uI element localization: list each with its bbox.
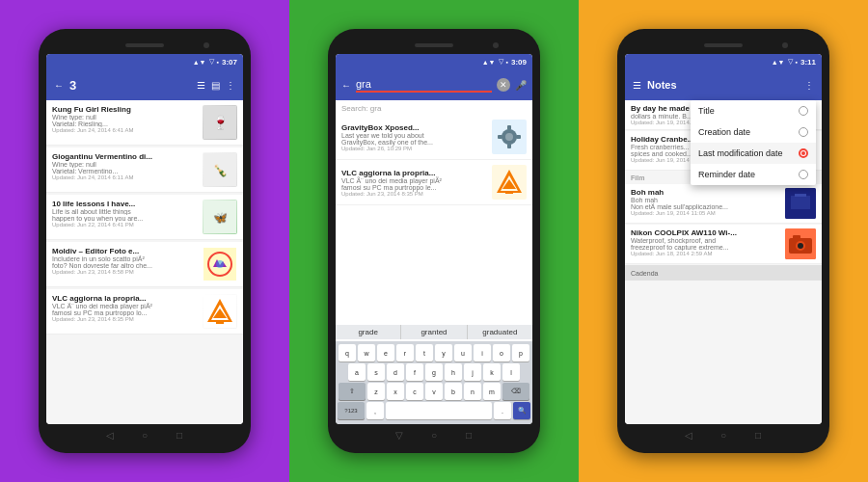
key-c[interactable]: c <box>406 383 423 400</box>
suggest-grade[interactable]: grade <box>336 325 401 339</box>
back-icon-left[interactable]: ← <box>54 80 64 91</box>
list-item[interactable]: 10 life lessons I have... Life is all ab… <box>46 195 243 240</box>
nav-home-left[interactable]: ○ <box>137 427 152 442</box>
voice-icon-middle[interactable]: 🎤 <box>515 80 527 91</box>
key-numbers[interactable]: ?123 <box>338 402 365 419</box>
key-t[interactable]: t <box>416 344 433 362</box>
key-v[interactable]: v <box>425 383 443 400</box>
list-item[interactable]: Nikon COOLPIX AW110 Wi-... Waterproof, s… <box>625 225 822 264</box>
badge-left: 3 <box>69 78 191 93</box>
filter-icon-left[interactable]: ▤ <box>211 80 220 91</box>
key-backspace[interactable]: ⌫ <box>502 383 529 400</box>
search-input-area[interactable]: gra <box>356 78 492 93</box>
nav-home-middle[interactable]: ○ <box>426 427 442 442</box>
key-p[interactable]: p <box>512 344 529 362</box>
key-comma[interactable]: , <box>366 402 384 419</box>
search-item-text: GravityBox Xposed... Last year we told y… <box>341 123 487 151</box>
key-r[interactable]: r <box>396 344 414 362</box>
key-m[interactable]: m <box>483 383 501 400</box>
key-s[interactable]: s <box>367 363 385 381</box>
key-h[interactable]: h <box>445 363 462 381</box>
clear-icon-middle[interactable]: ✕ <box>497 78 510 92</box>
list-item[interactable]: GravityBox Xposed... Last year we told y… <box>336 115 532 160</box>
key-space[interactable] <box>386 402 492 419</box>
nav-recent-right[interactable]: □ <box>750 427 766 442</box>
key-b[interactable]: b <box>445 383 462 400</box>
search-item-title: VLC aggiorna la propria... <box>341 169 487 177</box>
note-text: Kung Fu Girl Riesling Wine type: null Va… <box>52 105 198 133</box>
note-desc2: Varietal: Riesling... <box>52 120 198 127</box>
sort-title[interactable]: Title <box>691 100 816 121</box>
key-search[interactable]: 🔍 <box>513 402 530 419</box>
sort-reminder[interactable]: Reminder date <box>691 164 816 185</box>
key-x[interactable]: x <box>387 383 404 400</box>
note-updated: Updated: Jun 23, 2014 8:58 PM <box>52 269 198 275</box>
nav-back-right[interactable]: ◁ <box>681 427 696 442</box>
bottom-label: Cadenda <box>631 270 658 277</box>
sort-modification-radio[interactable] <box>799 148 808 158</box>
status-bar-middle: ▲▼ ▽ ▪ 3:09 <box>336 54 532 69</box>
key-o[interactable]: o <box>493 344 510 362</box>
nav-recent-left[interactable]: □ <box>172 427 187 442</box>
list-item[interactable]: Moldiv – Editor Foto e... Includere in u… <box>46 242 243 287</box>
list-item[interactable]: Boh mah Boh mah Non etÃ male sull'applic… <box>625 184 822 224</box>
svg-rect-32 <box>795 194 806 197</box>
key-i[interactable]: i <box>474 344 491 362</box>
back-icon-middle[interactable]: ← <box>341 80 351 91</box>
sort-modification[interactable]: Last modification date <box>691 143 816 164</box>
list-item[interactable]: Giogantinu Vermentino di... Wine type: n… <box>46 147 243 193</box>
suggest-granted[interactable]: granted <box>401 325 467 339</box>
key-a[interactable]: a <box>348 363 366 381</box>
key-u[interactable]: u <box>454 344 472 362</box>
key-n[interactable]: n <box>464 383 481 400</box>
key-g[interactable]: g <box>425 363 443 381</box>
key-w[interactable]: w <box>358 344 375 362</box>
key-shift[interactable]: ⇧ <box>339 383 366 400</box>
nav-recent-middle[interactable]: □ <box>461 427 476 442</box>
bottom-bar-right: ◁ ○ □ <box>625 424 822 445</box>
search-item-date: Updated: Jun 23, 2014 8:35 PM <box>341 191 487 197</box>
sort-modification-label: Last modification date <box>698 148 793 158</box>
sort-creation[interactable]: Creation date <box>691 121 816 143</box>
list-item[interactable]: Kung Fu Girl Riesling Wine type: null Va… <box>46 100 243 146</box>
sort-reminder-radio[interactable] <box>799 170 808 179</box>
key-y[interactable]: y <box>435 344 452 362</box>
key-period[interactable]: . <box>494 402 511 419</box>
sort-reminder-label: Reminder date <box>698 170 793 179</box>
search-thumbnail-2 <box>492 165 527 200</box>
key-j[interactable]: j <box>464 363 481 381</box>
sort-title-radio[interactable] <box>799 106 808 116</box>
search-label: Search: gra <box>336 100 532 115</box>
menu-icon-right[interactable]: ☰ <box>633 80 641 91</box>
key-d[interactable]: d <box>387 363 404 381</box>
key-l[interactable]: l <box>502 363 520 381</box>
note-updated: Updated: Jun 24, 2014 6:41 AM <box>52 127 198 133</box>
search-query[interactable]: gra <box>356 78 492 93</box>
search-bar-middle[interactable]: ← gra ✕ 🎤 <box>336 69 532 100</box>
key-f[interactable]: f <box>406 363 423 381</box>
key-k[interactable]: k <box>483 363 501 381</box>
key-e[interactable]: e <box>377 344 394 362</box>
sort-creation-radio[interactable] <box>799 127 808 137</box>
suggest-graduated[interactable]: graduated <box>468 325 532 339</box>
more-icon-left[interactable]: ⋮ <box>226 80 235 91</box>
list-item[interactable]: VLC aggiorna la propria... VLC Ã¨ uno de… <box>46 289 243 335</box>
left-background: ▲▼ ▽ ▪ 3:07 ← 3 ☰ ▤ ⋮ Kung Fu Girl Riesl… <box>0 0 289 482</box>
nav-home-right[interactable]: ○ <box>716 427 731 442</box>
word-suggestions[interactable]: grade granted graduated <box>336 325 532 339</box>
layout-icon-left[interactable]: ☰ <box>197 80 205 91</box>
nav-back-middle[interactable]: ▽ <box>392 427 407 442</box>
time-middle: 3:09 <box>511 58 527 67</box>
svg-rect-18 <box>507 144 511 148</box>
keyboard[interactable]: q w e r t y u i o p a s d f g h <box>336 341 532 424</box>
app-bar-right: ☰ Notes ⋮ <box>625 69 822 100</box>
key-z[interactable]: z <box>367 383 385 400</box>
nav-back-left[interactable]: ◁ <box>102 427 118 442</box>
svg-point-16 <box>505 133 513 141</box>
more-icon-right[interactable]: ⋮ <box>804 80 814 91</box>
signal-icon-right: ▲▼ <box>772 59 785 66</box>
camera-left <box>203 42 209 48</box>
list-item[interactable]: VLC aggiorna la propria... VLC Ã¨ uno de… <box>336 160 532 205</box>
sort-menu[interactable]: Title Creation date Last modification da… <box>691 100 816 185</box>
key-q[interactable]: q <box>339 344 356 362</box>
